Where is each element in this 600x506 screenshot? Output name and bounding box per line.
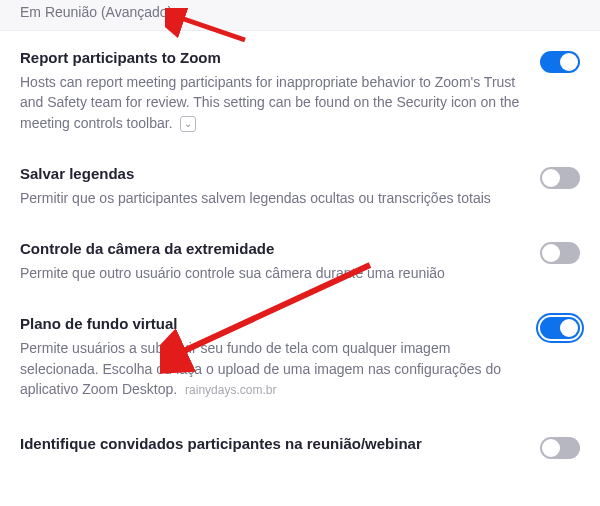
setting-desc: Permite usuários a substituir seu fundo … [20,338,520,399]
toggle-knob [560,319,578,337]
setting-title: Plano de fundo virtual [20,315,520,332]
setting-salvar-legendas: Salvar legendas Permitir que os particip… [0,147,600,222]
setting-title: Controle da câmera da extremidade [20,240,520,257]
toggle-salvar-legendas[interactable] [540,167,580,189]
setting-title: Identifique convidados participantes na … [20,435,520,452]
toggle-knob [542,439,560,457]
section-header: Em Reunião (Avançado) [0,0,600,31]
toggle-knob [560,53,578,71]
setting-identifique-convidados: Identifique convidados participantes na … [0,413,600,473]
setting-plano-fundo-virtual: Plano de fundo virtual Permite usuários … [0,297,600,413]
toggle-report-participants[interactable] [540,51,580,73]
setting-desc: Permitir que os participantes salvem leg… [20,188,520,208]
watermark: rainydays.com.br [185,383,276,397]
setting-controle-camera: Controle da câmera da extremidade Permit… [0,222,600,297]
setting-desc: Hosts can report meeting participants fo… [20,72,520,133]
setting-title: Salvar legendas [20,165,520,182]
toggle-knob [542,244,560,262]
setting-title: Report participants to Zoom [20,49,520,66]
toggle-plano-fundo-virtual[interactable] [540,317,580,339]
setting-report-participants: Report participants to Zoom Hosts can re… [0,31,600,147]
toggle-controle-camera[interactable] [540,242,580,264]
toggle-identifique-convidados[interactable] [540,437,580,459]
toggle-knob [542,169,560,187]
info-icon[interactable]: ⌄ [180,116,196,132]
section-header-label: Em Reunião (Avançado) [20,4,172,20]
setting-desc: Permite que outro usuário controle sua c… [20,263,520,283]
